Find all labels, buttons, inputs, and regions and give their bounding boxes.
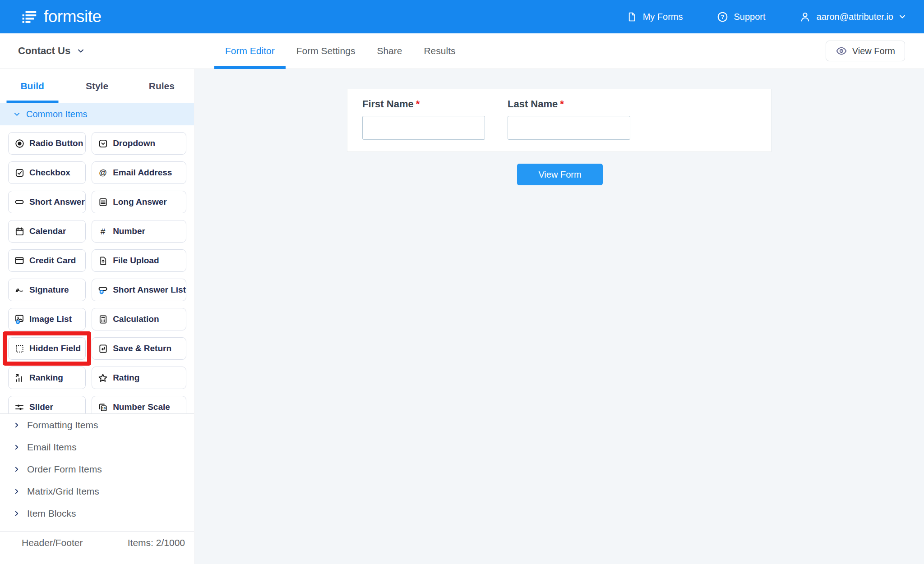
item-label: Email Address [113,168,172,178]
section-matrix-grid-items[interactable]: Matrix/Grid Items [0,480,194,502]
chevron-right-icon [14,444,20,450]
formsite-logo[interactable]: formsite [20,7,102,26]
last-name-field: Last Name* [508,98,630,140]
logo-wordmark: formsite [44,7,102,26]
form-preview-card[interactable]: First Name* Last Name* [347,89,772,152]
tab-form-editor[interactable]: Form Editor [214,33,286,69]
radio-button-icon [14,138,25,149]
common-items-label: Common Items [26,109,88,119]
section-label: Email Items [27,442,77,453]
chevron-right-icon [14,488,20,495]
user-icon [799,11,811,23]
first-name-label: First Name [362,98,414,110]
formsite-app: formsite My Forms?Support aaron@attribut… [0,0,924,564]
eye-icon [836,45,847,57]
ranking-icon [14,372,25,383]
item-short-answer[interactable]: Short Answer [8,191,86,213]
chevron-right-icon [14,510,20,517]
item-image-list[interactable]: Image List [8,308,86,330]
topbar-my-forms[interactable]: My Forms [626,11,683,23]
item-label: Signature [29,285,69,295]
item-email-address[interactable]: @Email Address [92,161,186,184]
common-items-header[interactable]: Common Items [0,103,194,125]
section-email-items[interactable]: Email Items [0,436,194,458]
help-icon: ? [716,11,729,23]
item-label: Save & Return [113,344,171,353]
item-number[interactable]: #Number [92,220,186,243]
sidebar-tabs: BuildStyleRules [0,69,194,103]
item-slider[interactable]: Slider [8,396,86,414]
view-form-header-label: View Form [852,46,895,56]
item-credit-card[interactable]: Credit Card [8,249,86,272]
form-name-dropdown[interactable]: Contact Us [18,45,84,57]
section-label: Formatting Items [27,420,98,431]
item-ranking[interactable]: Ranking [8,367,86,389]
signature-icon [14,284,25,295]
item-calculation[interactable]: Calculation [92,308,186,330]
section-formatting-items[interactable]: Formatting Items [0,414,194,436]
chevron-right-icon [14,466,20,472]
item-signature[interactable]: Signature [8,279,86,301]
items-count: Items: 2/1000 [128,537,185,548]
build-sidebar: BuildStyleRules Common Items Radio Butto… [0,69,194,564]
item-short-answer-list[interactable]: Short Answer List [92,279,186,301]
item-file-upload[interactable]: File Upload [92,249,186,272]
item-label: Hidden Field [29,344,81,353]
item-number-scale[interactable]: 10Number Scale [92,396,186,414]
section-item-blocks[interactable]: Item Blocks [0,502,194,524]
slider-icon [14,402,25,413]
form-header: Contact Us Form EditorForm SettingsShare… [0,33,924,69]
sidebar-tab-build[interactable]: Build [0,69,65,103]
form-canvas: First Name* Last Name* View Form [195,69,924,564]
view-form-header-button[interactable]: View Form [826,41,905,61]
view-form-main-button[interactable]: View Form [517,164,603,185]
hidden-field-icon [14,343,25,354]
chevron-down-icon [899,13,906,20]
dropdown-icon [97,138,108,149]
item-dropdown[interactable]: Dropdown [92,132,186,155]
item-long-answer[interactable]: Long Answer [92,191,186,213]
rating-icon [97,372,108,383]
tab-share[interactable]: Share [366,33,413,69]
section-label: Item Blocks [27,508,76,519]
item-label: Ranking [29,373,63,383]
svg-text:@: @ [99,168,107,177]
item-label: Number Scale [113,402,170,412]
section-order-form-items[interactable]: Order Form Items [0,458,194,480]
account-menu[interactable]: aaron@attributer.io [799,11,906,23]
item-checkbox[interactable]: Checkbox [8,161,86,184]
item-radio-button[interactable]: Radio Button [8,132,86,155]
form-name: Contact Us [18,45,70,57]
topbar-support[interactable]: ?Support [716,11,766,23]
sidebar-tab-style[interactable]: Style [65,69,129,103]
required-marker: * [558,98,564,110]
first-name-input[interactable] [362,116,485,140]
document-icon [626,11,638,23]
svg-text:#: # [101,227,106,236]
item-rating[interactable]: Rating [92,367,186,389]
chevron-right-icon [14,422,20,428]
item-calendar[interactable]: Calendar [8,220,86,243]
item-label: Rating [113,373,139,383]
chevron-down-icon [77,47,84,55]
long-answer-icon [97,197,108,207]
last-name-input[interactable] [508,116,630,140]
header-footer-button[interactable]: Header/Footer [22,537,83,548]
item-save-return[interactable]: Save & Return [92,337,186,360]
svg-text:10: 10 [102,406,106,410]
save-return-icon [97,343,108,354]
chevron-down-icon [14,111,20,118]
account-email: aaron@attributer.io [817,12,893,22]
section-label: Matrix/Grid Items [27,486,99,497]
sidebar-tab-rules[interactable]: Rules [129,69,194,103]
number-icon: # [97,226,108,237]
topbar-support-label: Support [734,12,766,22]
credit-card-icon [14,255,25,266]
tab-results[interactable]: Results [413,33,466,69]
item-label: Calculation [113,314,159,324]
item-hidden-field[interactable]: Hidden Field [8,337,86,360]
item-label: Number [113,226,145,236]
tab-form-settings[interactable]: Form Settings [286,33,366,69]
last-name-label: Last Name [508,98,558,110]
item-label: Long Answer [113,197,167,207]
